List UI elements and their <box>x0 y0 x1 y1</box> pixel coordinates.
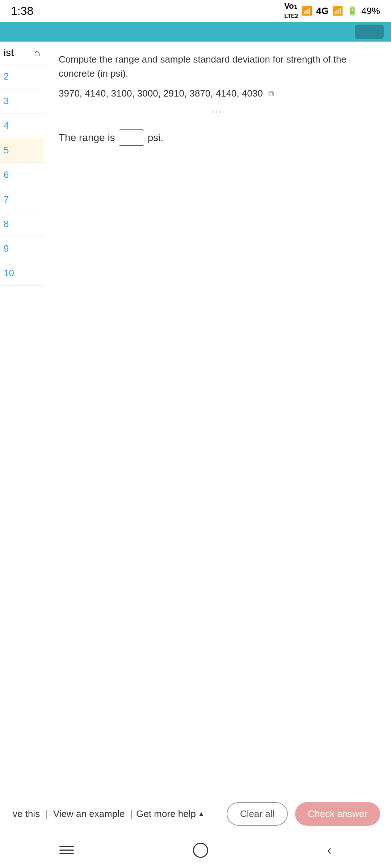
dots: ... <box>212 105 223 115</box>
signal-bars-1: 📶 <box>302 6 312 16</box>
bottom-left-links: ve this | View an example | Get more hel… <box>11 808 205 820</box>
save-this-link[interactable]: ve this <box>11 808 42 820</box>
divider <box>59 122 377 122</box>
home-icon[interactable] <box>193 843 208 858</box>
status-icons: Vo₁LTE2 📶 4G 📶 🔋 49% <box>284 1 380 20</box>
top-bar <box>0 22 391 42</box>
status-bar: 1:38 Vo₁LTE2 📶 4G 📶 🔋 49% <box>0 0 391 22</box>
chevron-up-icon: ▲ <box>198 810 205 818</box>
data-values: 3970, 4140, 3100, 3000, 2910, 3870, 4140… <box>59 88 263 99</box>
back-icon[interactable]: ⌂ <box>34 47 40 59</box>
question-text: Compute the range and sample standard de… <box>59 52 377 81</box>
bottom-right-buttons: Clear all Check answer <box>227 802 380 826</box>
copy-icon[interactable]: ⧉ <box>268 89 274 98</box>
sidebar-item-10[interactable]: 10 <box>0 261 44 286</box>
menu-icon[interactable] <box>59 846 74 854</box>
clear-all-button[interactable]: Clear all <box>227 802 288 826</box>
sidebar: ist ⌂ 2 3 4 5 6 7 8 9 10 <box>0 42 44 810</box>
separator-2: | <box>126 808 136 820</box>
nav-bar: ‹ <box>0 832 391 868</box>
get-more-help-link[interactable]: Get more help ▲ <box>136 808 205 820</box>
network-type: 4G <box>316 5 329 17</box>
sidebar-item-2[interactable]: 2 <box>0 64 44 89</box>
network-indicator: Vo₁LTE2 <box>284 1 298 20</box>
sidebar-header: ist ⌂ <box>0 42 44 64</box>
sidebar-item-5[interactable]: 5 <box>0 138 44 163</box>
sidebar-item-4[interactable]: 4 <box>0 114 44 138</box>
check-answer-button[interactable]: Check answer <box>295 802 380 826</box>
range-input[interactable] <box>119 129 144 146</box>
sidebar-title: ist <box>4 47 14 59</box>
top-bar-button[interactable] <box>355 25 384 39</box>
sidebar-item-9[interactable]: 9 <box>0 237 44 261</box>
sidebar-item-7[interactable]: 7 <box>0 187 44 212</box>
view-example-link[interactable]: View an example <box>51 808 127 820</box>
sidebar-items: 2 3 4 5 6 7 8 9 10 <box>0 64 44 286</box>
data-row: 3970, 4140, 3100, 3000, 2910, 3870, 4140… <box>59 88 377 99</box>
sidebar-item-8[interactable]: 8 <box>0 212 44 237</box>
signal-bars-2: 📶 <box>332 6 343 16</box>
separator-1: | <box>42 808 51 820</box>
back-icon[interactable]: ‹ <box>327 843 332 858</box>
answer-label: The range is <box>59 132 115 144</box>
answer-row: The range is psi. <box>59 129 377 146</box>
sidebar-item-3[interactable]: 3 <box>0 89 44 114</box>
sidebar-item-6[interactable]: 6 <box>0 163 44 187</box>
bottom-bar: ve this | View an example | Get more hel… <box>0 796 391 832</box>
main-content: Compute the range and sample standard de… <box>44 42 391 810</box>
battery-icon: 🔋 <box>347 6 358 16</box>
status-time: 1:38 <box>11 4 33 18</box>
battery-percent: 49% <box>361 5 380 17</box>
dots-row: ... <box>59 105 377 115</box>
get-more-help-label: Get more help <box>136 808 196 820</box>
answer-unit: psi. <box>148 132 164 144</box>
